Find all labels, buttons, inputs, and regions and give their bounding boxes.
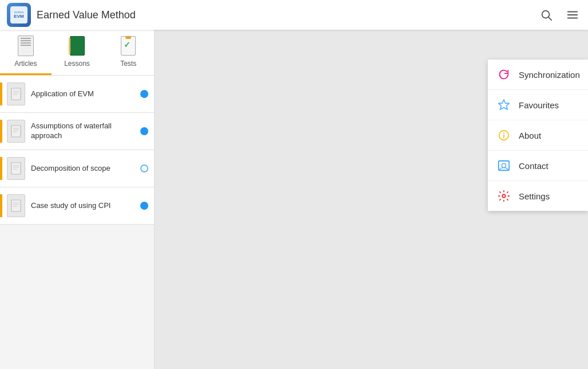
svg-line-1: [548, 17, 551, 20]
tabs-bar: Articles Lessons Tests: [0, 30, 154, 76]
list-item-thumb: [7, 83, 25, 105]
tab-articles-icon: [15, 33, 36, 58]
search-button[interactable]: [538, 6, 555, 23]
list-item-text: Application of EVM: [31, 89, 136, 99]
app-logo: octoo EVM: [7, 3, 31, 27]
menu-item-label-sync: Synchronization: [519, 70, 580, 80]
toolbar-icons: [538, 6, 581, 23]
search-icon: [540, 9, 553, 21]
list-item-text: Assumptions of waterfall approach: [31, 121, 136, 141]
app-title: Earned Value Method: [37, 9, 538, 21]
list-item-indicator: [140, 164, 148, 172]
svg-rect-13: [11, 163, 21, 174]
tab-lessons-icon: [67, 33, 88, 58]
tab-articles-label: Articles: [14, 60, 37, 68]
menu-item-about[interactable]: About: [488, 120, 588, 151]
app-bar: octoo EVM Earned Value Method: [0, 0, 588, 30]
menu-item-label-about: About: [519, 131, 541, 140]
tab-lessons-label: Lessons: [64, 60, 90, 68]
list-item[interactable]: Application of EVM: [0, 76, 154, 113]
list-item-indicator: [140, 90, 148, 98]
tab-tests-icon: [118, 33, 139, 58]
list-item[interactable]: Case study of using CPI: [0, 187, 154, 225]
menu-item-settings[interactable]: Settings: [488, 181, 588, 211]
list-item-accent: [0, 120, 2, 143]
menu-item-favourites[interactable]: Favourites: [488, 90, 588, 120]
svg-point-24: [503, 132, 504, 134]
menu-item-label-contact: Contact: [519, 161, 548, 171]
list-item-thumb: [7, 194, 25, 217]
list-item-accent: [0, 83, 2, 105]
dropdown-menu: SynchronizationFavouritesAboutContactSet…: [488, 60, 588, 211]
tab-articles[interactable]: Articles: [0, 30, 52, 75]
tab-tests[interactable]: Tests: [102, 30, 154, 75]
list-item-accent: [0, 194, 2, 217]
menu-button[interactable]: [564, 6, 581, 23]
list-item-indicator: [140, 127, 148, 135]
svg-rect-9: [11, 125, 21, 137]
svg-rect-17: [11, 200, 21, 211]
list-item-indicator: [140, 202, 148, 210]
logo-inner: octoo EVM: [10, 6, 27, 23]
settings-icon: [497, 189, 511, 203]
tab-tests-label: Tests: [120, 60, 136, 68]
svg-point-26: [502, 194, 506, 198]
svg-marker-21: [499, 100, 509, 109]
about-icon: [497, 128, 511, 142]
menu-item-sync[interactable]: Synchronization: [488, 60, 588, 90]
list-item-text: Case study of using CPI: [31, 201, 136, 211]
list-item-accent: [0, 157, 2, 180]
list-item-thumb: [7, 120, 25, 143]
list-item-text: Decomposition of scope: [31, 164, 136, 174]
svg-rect-5: [11, 88, 21, 100]
list-item-thumb: [7, 157, 25, 180]
contact-icon: [497, 159, 511, 172]
menu-item-label-favourites: Favourites: [519, 100, 559, 110]
list-item[interactable]: Assumptions of waterfall approach: [0, 113, 154, 150]
main-area: Articles Lessons Tests Applicat: [0, 30, 588, 369]
star-icon: [497, 98, 511, 112]
sync-icon: [497, 68, 511, 81]
tab-lessons[interactable]: Lessons: [52, 30, 103, 75]
left-panel: Articles Lessons Tests Applicat: [0, 30, 155, 369]
hamburger-icon: [566, 9, 579, 21]
menu-item-contact[interactable]: Contact: [488, 151, 588, 181]
articles-list: Application of EVM Assumptions of waterf…: [0, 76, 154, 369]
menu-item-label-settings: Settings: [519, 191, 550, 201]
list-item[interactable]: Decomposition of scope: [0, 150, 154, 187]
